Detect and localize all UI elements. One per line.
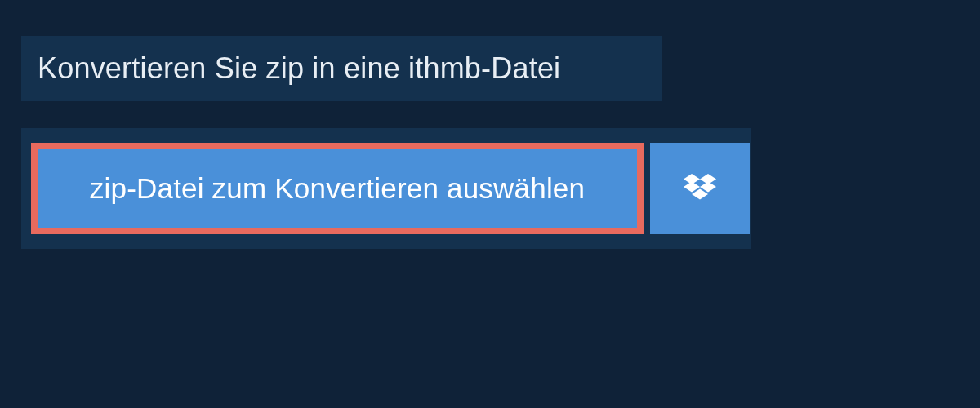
dropbox-icon xyxy=(684,174,716,203)
select-file-button[interactable]: zip-Datei zum Konvertieren auswählen xyxy=(31,143,644,234)
select-file-label: zip-Datei zum Konvertieren auswählen xyxy=(90,172,585,205)
header-bar: Konvertieren Sie zip in eine ithmb-Datei xyxy=(21,36,662,101)
page-title: Konvertieren Sie zip in eine ithmb-Datei xyxy=(38,51,560,86)
action-panel: zip-Datei zum Konvertieren auswählen xyxy=(21,128,751,249)
page-container: Konvertieren Sie zip in eine ithmb-Datei… xyxy=(0,0,980,408)
dropbox-button[interactable] xyxy=(650,143,750,234)
